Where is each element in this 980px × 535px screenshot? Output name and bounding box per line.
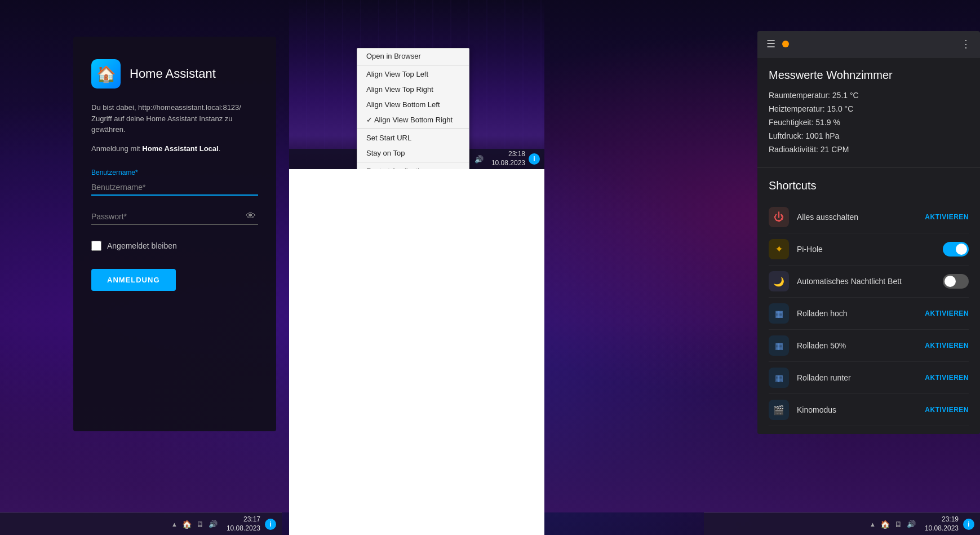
hamburger-area: ☰ [766, 38, 789, 50]
shortcut-power-icon: ⏻ [769, 207, 789, 227]
shortcut-name-kinomodus: Kinomodus [797, 405, 925, 414]
taskbar-monitor-left: 🖥 [196, 520, 204, 529]
password-field-group: 👁 [91, 207, 258, 225]
submit-button[interactable]: ANMELDUNG [91, 269, 176, 291]
ha-icon: 🏠 [91, 59, 121, 89]
taskbar-info-button-left[interactable]: i [265, 519, 276, 530]
username-input[interactable] [91, 178, 258, 196]
shortcut-name-nachtlicht: Automatisches Nachtlicht Bett [797, 277, 943, 286]
messwerte-title: Messwerte Wohnzimmer [769, 69, 969, 82]
dashboard-header: ☰ ⋮ [757, 31, 980, 58]
more-options-icon[interactable]: ⋮ [961, 38, 971, 50]
messwert-radioaktivitaet: Radioaktivität: 21 CPM [769, 145, 969, 154]
shortcut-rolladen-50: ▦ Rolladen 50% AKTIVIEREN [769, 330, 969, 362]
shortcut-blinds-icon-1: ▦ [769, 303, 789, 324]
shortcut-name-pihole: Pi-Hole [797, 245, 943, 254]
home-icon: 🏠 [96, 65, 116, 83]
menu-divider-2 [357, 129, 469, 129]
username-label: Benutzername* [91, 169, 138, 176]
password-input[interactable] [91, 207, 258, 225]
menu-item-restart-app[interactable]: Restart Application [357, 163, 469, 169]
shortcut-star-icon: ✦ [769, 239, 789, 259]
login-auth-method: Anmeldung mit Home Assistant Local. [91, 144, 258, 153]
shortcut-aktivieren-alles[interactable]: AKTIVIEREN [925, 213, 969, 221]
taskbar-home-right: 🏠 [880, 520, 890, 529]
taskbar-info-button-right[interactable]: i [963, 519, 974, 530]
shortcut-pihole: ✦ Pi-Hole [769, 233, 969, 266]
taskbar-monitor-right: 🖥 [894, 520, 902, 529]
shortcuts-title: Shortcuts [769, 179, 969, 192]
hamburger-icon[interactable]: ☰ [766, 38, 775, 50]
taskbar-time-left: 23:17 10.08.2023 [227, 515, 260, 533]
shortcut-aktivieren-rolladen-50[interactable]: AKTIVIEREN [925, 342, 969, 350]
shortcut-blinds-icon-2: ▦ [769, 335, 789, 356]
taskbar-speaker-icon: 🔊 [475, 155, 484, 163]
shortcut-aktivieren-kinomodus[interactable]: AKTIVIEREN [925, 406, 969, 414]
shortcut-aktivieren-rolladen-runter[interactable]: AKTIVIEREN [925, 374, 969, 382]
taskbar-chevron-right: ▲ [870, 521, 876, 528]
menu-item-align-bottom-right[interactable]: Align View Bottom Right [357, 112, 469, 127]
taskbar-info-button-center[interactable]: i [529, 153, 540, 165]
remember-label: Angemeldet bleiben [107, 241, 177, 250]
username-field-group: Benutzername* [91, 169, 258, 196]
shortcut-kino-icon: 🎬 [769, 400, 789, 420]
shortcut-moon-icon: 🌙 [769, 271, 789, 291]
taskbar-right: ▲ 🏠 🖥 🔊 23:19 10.08.2023 i [704, 512, 980, 535]
menu-item-open-browser[interactable]: Open in Browser [357, 48, 469, 64]
shortcut-rolladen-hoch: ▦ Rolladen hoch AKTIVIEREN [769, 298, 969, 330]
shortcut-aktivieren-rolladen-hoch[interactable]: AKTIVIEREN [925, 309, 969, 317]
menu-divider-1 [357, 65, 469, 65]
dashboard-panel: ☰ ⋮ Messwerte Wohnzimmer Raumtemperatur:… [757, 31, 980, 434]
menu-divider-3 [357, 162, 469, 162]
shortcuts-section: Shortcuts ⏻ Alles ausschalten AKTIVIEREN… [757, 168, 980, 434]
taskbar-left: ▲ 🏠 🖥 🔊 23:17 10.08.2023 i [0, 512, 282, 535]
context-menu: Open in Browser Align View Top Left Alig… [357, 48, 469, 169]
menu-item-align-top-left[interactable]: Align View Top Left [357, 67, 469, 82]
messwert-luftdruck: Luftdruck: 1001 hPa [769, 131, 969, 140]
shortcut-name-rolladen-50: Rolladen 50% [797, 341, 925, 350]
menu-item-set-start-url[interactable]: Set Start URL [357, 130, 469, 145]
taskbar-chevron-left: ▲ [171, 521, 178, 528]
shortcut-name-rolladen-hoch: Rolladen hoch [797, 309, 925, 318]
center-panel-white [289, 169, 544, 535]
remember-checkbox[interactable] [91, 241, 101, 251]
auth-method-name: Home Assistant Local [142, 144, 218, 153]
taskbar-speaker-left: 🔊 [209, 520, 218, 528]
show-password-icon[interactable]: 👁 [246, 210, 256, 222]
shortcut-blinds-icon-3: ▦ [769, 368, 789, 388]
taskbar-speaker-right: 🔊 [907, 520, 916, 528]
shortcut-nachtlicht: 🌙 Automatisches Nachtlicht Bett [769, 266, 969, 298]
toggle-nachtlicht[interactable] [943, 274, 969, 289]
shortcut-kinomodus: 🎬 Kinomodus AKTIVIEREN [769, 394, 969, 426]
shortcut-name-alles: Alles ausschalten [797, 213, 925, 222]
login-header: 🏠 Home Assistant [91, 59, 258, 89]
toggle-knob-pihole [956, 244, 967, 255]
messwert-heiztemperatur: Heiztemperatur: 15.0 °C [769, 104, 969, 113]
messwert-feuchtigkeit: Feuchtigkeit: 51.9 % [769, 118, 969, 127]
center-panel: Open in Browser Align View Top Left Alig… [289, 0, 544, 535]
toggle-knob-nachtlicht [944, 276, 956, 287]
taskbar-icons-left: ▲ 🏠 🖥 🔊 23:17 10.08.2023 i [171, 515, 276, 533]
messwerte-section: Messwerte Wohnzimmer Raumtemperatur: 25.… [757, 58, 980, 168]
messwert-raumtemperatur: Raumtemperatur: 25.1 °C [769, 91, 969, 100]
toggle-pihole[interactable] [943, 242, 969, 257]
login-description: Du bist dabei, http://homeassistant.loca… [91, 102, 258, 135]
login-panel: 🏠 Home Assistant Du bist dabei, http://h… [73, 37, 276, 431]
login-title: Home Assistant [130, 67, 216, 81]
shortcut-alles-ausschalten: ⏻ Alles ausschalten AKTIVIEREN [769, 201, 969, 233]
remember-row: Angemeldet bleiben [91, 241, 258, 251]
shortcut-rolladen-runter: ▦ Rolladen runter AKTIVIEREN [769, 362, 969, 394]
taskbar-home-left: 🏠 [182, 520, 192, 529]
taskbar-time-right: 23:19 10.08.2023 [925, 515, 959, 533]
menu-item-align-bottom-left[interactable]: Align View Bottom Left [357, 97, 469, 112]
shortcut-name-rolladen-runter: Rolladen runter [797, 373, 925, 382]
notification-dot [782, 41, 789, 47]
taskbar-time-center: 23:18 10.08.2023 [491, 150, 525, 167]
menu-item-align-top-right[interactable]: Align View Top Right [357, 82, 469, 97]
screenshot-area: Open in Browser Align View Top Left Alig… [289, 0, 544, 169]
menu-item-stay-on-top[interactable]: Stay on Top [357, 145, 469, 161]
taskbar-icons-right: ▲ 🏠 🖥 🔊 23:19 10.08.2023 i [870, 515, 974, 533]
